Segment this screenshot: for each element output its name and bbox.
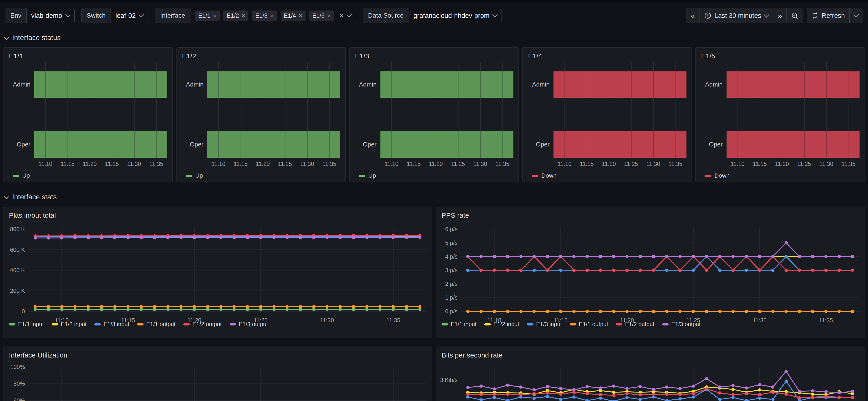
x-tick-label: 11:20: [256, 161, 270, 167]
legend-item[interactable]: E1/1 input: [441, 321, 476, 328]
interface-chip-e1-3[interactable]: E1/3×: [252, 10, 277, 21]
legend-pill: [359, 175, 365, 177]
remove-chip-icon[interactable]: ×: [270, 12, 274, 19]
panel-title[interactable]: E1/1: [9, 52, 23, 60]
admin-state-bar: [554, 71, 686, 98]
interface-filter-label: Interface: [155, 8, 190, 23]
legend-item[interactable]: E1/3 input: [527, 321, 562, 328]
remove-chip-icon[interactable]: ×: [327, 12, 331, 19]
zoom-out-icon: [791, 12, 798, 19]
oper-state-bar: [554, 131, 686, 158]
legend-pill: [186, 175, 192, 177]
time-range-label: Last 30 minutes: [714, 12, 761, 20]
legend-label: E1/1 input: [18, 321, 44, 328]
remove-chip-icon[interactable]: ×: [213, 12, 217, 19]
svg-text:60%: 60%: [13, 397, 25, 401]
chevron-down-icon: [492, 12, 498, 18]
time-picker-button[interactable]: Last 30 minutes: [700, 8, 773, 23]
interface-select[interactable]: E1/1× E1/2× E1/3× E1/4× E1/5× ×: [190, 8, 356, 23]
switch-filter-label: Switch: [82, 8, 111, 23]
state-timeline: [34, 62, 167, 158]
pkts-total-chart: 800 K600 K400 K200 K011:1011:1511:2011:2…: [3, 207, 432, 338]
legend-item[interactable]: Down: [532, 172, 556, 179]
x-tick-label: 11:30: [473, 161, 487, 167]
legend-item[interactable]: E1/3 output: [229, 321, 268, 328]
row-label-oper: Oper: [523, 141, 550, 148]
legend-pill: [705, 175, 711, 177]
legend-label: Down: [541, 172, 556, 179]
oper-state-bar: [380, 131, 514, 158]
collapse-chevron-icon: [4, 194, 9, 199]
legend-item[interactable]: E1/3 output: [662, 321, 701, 328]
panel-title[interactable]: Interface Utilization: [9, 351, 67, 359]
interface-chip-e1-1[interactable]: E1/1×: [195, 10, 220, 21]
panel-title[interactable]: E1/5: [701, 52, 715, 60]
legend-item[interactable]: Down: [705, 172, 730, 179]
remove-chip-icon[interactable]: ×: [242, 12, 245, 19]
legend-label: E1/2 input: [494, 321, 519, 328]
switch-select[interactable]: leaf-02: [111, 8, 148, 23]
chevron-down-icon: [764, 12, 769, 18]
legend-item[interactable]: E1/1 input: [9, 321, 44, 328]
legend-item[interactable]: E1/2 input: [52, 321, 87, 328]
remove-chip-icon[interactable]: ×: [299, 12, 302, 19]
datasource-select[interactable]: grafanacloud-hhdev-prom: [409, 8, 501, 23]
double-arrow-left-icon: «: [691, 12, 695, 20]
legend-item[interactable]: E1/1 output: [137, 321, 176, 328]
refresh-label: Refresh: [822, 12, 845, 20]
x-tick-label: 11:30: [646, 161, 660, 167]
x-tick-label: 11:25: [105, 161, 119, 167]
legend-item[interactable]: E1/3 input: [94, 321, 129, 328]
legend-label: Down: [714, 172, 730, 179]
legend-item[interactable]: Up: [186, 172, 203, 179]
x-tick-label: 11:35: [495, 161, 509, 167]
time-forward-button[interactable]: »: [773, 8, 787, 23]
panel-title[interactable]: Pkts in/out total: [9, 212, 56, 219]
svg-text:0: 0: [22, 308, 25, 314]
refresh-controls: Refresh: [807, 8, 863, 23]
panel-title[interactable]: PPS rate: [441, 212, 469, 219]
legend-item[interactable]: E1/1 output: [570, 321, 608, 328]
interface-chip-e1-5[interactable]: E1/5×: [309, 10, 334, 21]
section-interface-stats[interactable]: Interface stats: [5, 193, 865, 201]
panel-title[interactable]: E1/3: [355, 52, 369, 60]
svg-text:1 p/s: 1 p/s: [445, 294, 458, 301]
x-tick-label: 11:35: [669, 161, 682, 167]
panel-bits-per-second: Bits per second rate 3 Kib/s2 Kib/s1 Kib…: [436, 346, 865, 401]
zoom-out-button[interactable]: [786, 8, 803, 23]
env-select[interactable]: vlab-demo: [26, 8, 74, 23]
legend-item[interactable]: Up: [359, 172, 376, 179]
legend-item[interactable]: E1/2 input: [484, 321, 519, 328]
double-arrow-right-icon: »: [778, 12, 782, 20]
panel-title[interactable]: Bits per second rate: [441, 351, 503, 359]
legend-pill: [662, 323, 669, 326]
x-axis: 11:1011:1511:2011:2511:3011:35: [554, 161, 686, 168]
section-interface-status[interactable]: Interface status: [5, 34, 865, 42]
x-tick-label: 11:10: [731, 161, 745, 167]
status-panels-row: E1/1 Admin Oper 11:1011:1511:2011:2511:3…: [3, 48, 865, 182]
legend-item[interactable]: E1/2 output: [183, 321, 222, 328]
interface-utilization-chart: 100%80%60%40%20%0%11:1011:1511:2011:2511…: [3, 347, 432, 401]
legend-item[interactable]: E1/2 output: [616, 321, 654, 328]
time-back-button[interactable]: «: [686, 8, 700, 23]
interface-chip-e1-4[interactable]: E1/4×: [281, 10, 306, 21]
refresh-button[interactable]: Refresh: [807, 8, 849, 23]
legend-label: E1/3 output: [239, 321, 268, 328]
interface-chip-e1-2[interactable]: E1/2×: [223, 10, 248, 21]
legend: E1/1 inputE1/2 inputE1/3 inputE1/1 outpu…: [9, 321, 268, 328]
row-label-oper: Oper: [3, 141, 30, 148]
admin-state-bar: [207, 71, 340, 98]
svg-text:11:30: 11:30: [320, 317, 334, 323]
x-tick-label: 11:15: [61, 161, 74, 167]
section-title: Interface stats: [12, 193, 57, 201]
clear-all-icon[interactable]: ×: [339, 12, 344, 20]
x-tick-label: 11:15: [234, 161, 248, 167]
x-tick-label: 11:25: [797, 161, 811, 167]
panel-title[interactable]: E1/4: [528, 52, 542, 60]
legend-item[interactable]: Up: [12, 172, 30, 179]
refresh-interval-button[interactable]: [849, 8, 863, 23]
legend-label: E1/3 input: [536, 321, 562, 328]
switch-value: leaf-02: [115, 12, 136, 20]
stats-row-2: Interface Utilization 100%80%60%40%20%0%…: [3, 346, 865, 401]
panel-title[interactable]: E1/2: [182, 52, 196, 60]
